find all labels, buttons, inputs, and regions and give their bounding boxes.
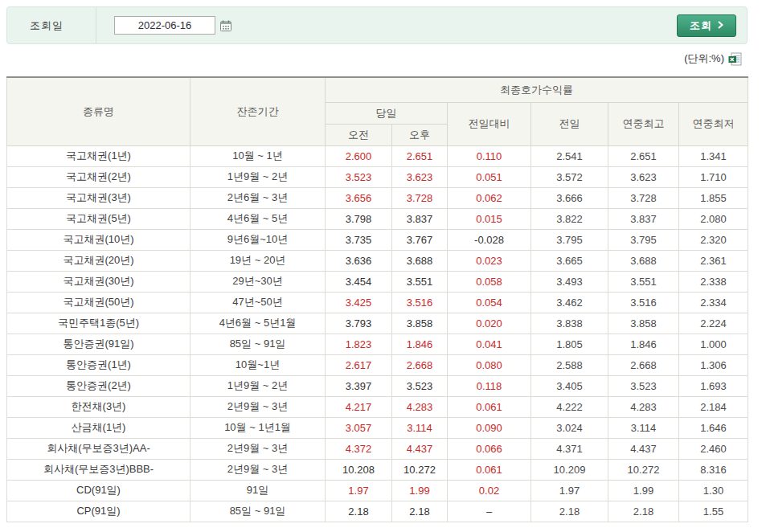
cell-low: 1.55 xyxy=(679,501,748,522)
cell-high: 10.272 xyxy=(608,459,679,480)
cell-pm: 3.688 xyxy=(392,250,448,271)
search-button-label: 조회 xyxy=(690,18,712,33)
cell-prev: 3.462 xyxy=(531,292,608,313)
cell-chg: 0.051 xyxy=(448,166,531,187)
cell-low: 2.320 xyxy=(679,229,748,250)
cell-period: 2년9월 ~ 3년 xyxy=(190,396,326,417)
cell-period: 10월 ~ 1년 xyxy=(190,145,326,166)
col-header-year-low: 연중최저 xyxy=(679,102,748,145)
cell-name: 통안증권(2년) xyxy=(7,375,190,396)
cell-pm: 1.99 xyxy=(392,480,448,501)
cell-chg: 0.118 xyxy=(448,375,531,396)
col-header-am: 오전 xyxy=(326,124,392,145)
cell-name: CP(91일) xyxy=(7,501,190,522)
cell-high: 2.668 xyxy=(608,354,679,375)
cell-name: 국고채권(10년) xyxy=(7,229,190,250)
calendar-button[interactable] xyxy=(219,19,232,32)
table-row: 회사채(무보증3년)AA-2년9월 ~ 3년4.3724.4370.0664.3… xyxy=(7,438,748,459)
cell-low: 1.693 xyxy=(679,375,748,396)
cell-chg: 0.020 xyxy=(448,313,531,334)
cell-chg: 0.023 xyxy=(448,250,531,271)
cell-am: 1.823 xyxy=(326,334,392,354)
cell-name: 통안증권(1년) xyxy=(7,354,190,375)
cell-prev: 3.666 xyxy=(531,187,608,208)
cell-period: 9년6월~10년 xyxy=(190,229,326,250)
cell-pm: 3.837 xyxy=(392,208,448,229)
cell-prev: 3.795 xyxy=(531,229,608,250)
col-header-prev: 전일 xyxy=(531,102,608,145)
cell-prev: 3.405 xyxy=(531,375,608,396)
unit-note: (단위:%) xyxy=(684,51,724,66)
cell-pm: 3.523 xyxy=(392,375,448,396)
cell-chg: 0.061 xyxy=(448,396,531,417)
excel-export-button[interactable] xyxy=(728,52,742,66)
cell-name: 국민주택1종(5년) xyxy=(7,313,190,334)
table-row: 통안증권(2년)1년9월 ~ 2년3.3973.5230.1183.4053.5… xyxy=(7,375,748,396)
cell-period: 10월 ~ 1년1월 xyxy=(190,417,326,438)
cell-name: 국고채권(5년) xyxy=(7,208,190,229)
cell-prev: 3.665 xyxy=(531,250,608,271)
cell-am: 4.372 xyxy=(326,438,392,459)
cell-prev: 3.493 xyxy=(531,271,608,292)
cell-high: 3.114 xyxy=(608,417,679,438)
table-row: 국고채권(10년)9년6월~10년3.7353.767-0.0283.7953.… xyxy=(7,229,748,250)
cell-low: 2.338 xyxy=(679,271,748,292)
cell-high: 3.837 xyxy=(608,208,679,229)
cell-high: 4.437 xyxy=(608,438,679,459)
col-header-pm: 오후 xyxy=(392,124,448,145)
cell-low: 1.306 xyxy=(679,354,748,375)
table-row: 국고채권(20년)19년 ~ 20년3.6363.6880.0233.6653.… xyxy=(7,250,748,271)
cell-pm: 3.551 xyxy=(392,271,448,292)
col-header-period: 잔존기간 xyxy=(190,77,326,145)
cell-chg: 0.015 xyxy=(448,208,531,229)
cell-chg: 0.090 xyxy=(448,417,531,438)
cell-name: 국고채권(3년) xyxy=(7,187,190,208)
cell-am: 3.793 xyxy=(326,313,392,334)
table-row: 산금채(1년)10월 ~ 1년1월3.0573.1140.0903.0243.1… xyxy=(7,417,748,438)
cell-am: 3.735 xyxy=(326,229,392,250)
cell-name: 국고채권(50년) xyxy=(7,292,190,313)
cell-chg: 0.054 xyxy=(448,292,531,313)
table-row: 국고채권(5년)4년6월 ~ 5년3.7983.8370.0153.8223.8… xyxy=(7,208,748,229)
cell-low: 2.224 xyxy=(679,313,748,334)
cell-low: 2.184 xyxy=(679,396,748,417)
search-button[interactable]: 조회 xyxy=(677,14,736,37)
cell-period: 2년6월 ~ 3년 xyxy=(190,187,326,208)
table-row: 통안증권(1년)10월~1년2.6172.6680.0802.5882.6681… xyxy=(7,354,748,375)
cell-period: 4년6월 ~ 5년1월 xyxy=(190,313,326,334)
cell-name: 통안증권(91일) xyxy=(7,334,190,354)
cell-name: 국고채권(1년) xyxy=(7,145,190,166)
table-row: 회사채(무보증3년)BBB-2년9월 ~ 3년10.20810.2720.061… xyxy=(7,459,748,480)
cell-period: 91일 xyxy=(190,480,326,501)
cell-period: 10월~1년 xyxy=(190,354,326,375)
cell-period: 2년9월 ~ 3년 xyxy=(190,459,326,480)
cell-high: 3.728 xyxy=(608,187,679,208)
cell-chg: 0.066 xyxy=(448,438,531,459)
cell-low: 1.000 xyxy=(679,334,748,354)
table-header: 종류명 잔존기간 최종호가수익률 당일 전일대비 전일 연중최고 연중최저 오전… xyxy=(7,77,748,145)
cell-high: 3.858 xyxy=(608,313,679,334)
cell-name: CD(91일) xyxy=(7,480,190,501)
cell-prev: 3.572 xyxy=(531,166,608,187)
cell-chg: 0.062 xyxy=(448,187,531,208)
cell-am: 3.454 xyxy=(326,271,392,292)
cell-high: 2.18 xyxy=(608,501,679,522)
cell-prev: 10.209 xyxy=(531,459,608,480)
cell-am: 1.97 xyxy=(326,480,392,501)
cell-prev: 3.822 xyxy=(531,208,608,229)
cell-prev: 2.588 xyxy=(531,354,608,375)
cell-high: 3.551 xyxy=(608,271,679,292)
cell-pm: 2.651 xyxy=(392,145,448,166)
search-bar-divider xyxy=(96,7,96,43)
cell-high: 3.623 xyxy=(608,166,679,187)
cell-period: 2년9월 ~ 3년 xyxy=(190,438,326,459)
table-row: 통안증권(91일)85일 ~ 91일1.8231.8460.0411.8051.… xyxy=(7,334,748,354)
cell-low: 2.080 xyxy=(679,208,748,229)
cell-pm: 2.18 xyxy=(392,501,448,522)
search-date-label: 조회일 xyxy=(30,18,63,33)
table-row: 한전채(3년)2년9월 ~ 3년4.2174.2830.0614.2224.28… xyxy=(7,396,748,417)
date-input[interactable] xyxy=(114,16,215,35)
cell-chg: -0.028 xyxy=(448,229,531,250)
cell-name: 국고채권(2년) xyxy=(7,166,190,187)
cell-chg: 0.080 xyxy=(448,354,531,375)
